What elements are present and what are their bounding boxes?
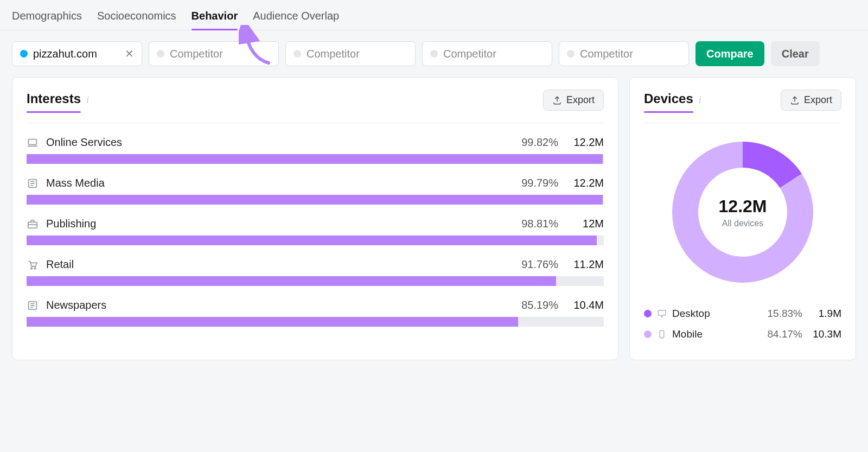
export-button-interests[interactable]: Export <box>543 90 604 111</box>
competitor-input-1[interactable]: Competitor <box>149 41 279 66</box>
interest-percent: 98.81% <box>521 218 568 230</box>
competitor-placeholder: Competitor <box>580 48 633 60</box>
mobile-icon <box>657 329 667 339</box>
legend-label: Desktop <box>672 308 710 320</box>
export-label: Export <box>804 94 832 106</box>
devices-donut-chart: 12.2M All devices <box>667 136 819 288</box>
donut-center: 12.2M All devices <box>719 196 767 228</box>
interest-label: Publishing <box>46 218 96 230</box>
legend-color-dot <box>644 310 652 317</box>
domain-color-dot <box>20 50 28 58</box>
competitor-input-2[interactable]: Competitor <box>285 41 416 66</box>
competitor-placeholder: Competitor <box>307 48 360 60</box>
news-icon <box>27 300 39 311</box>
interest-bar-track <box>27 195 604 205</box>
interest-value: 11.2M <box>568 258 604 271</box>
news-icon <box>27 177 39 189</box>
competitor-placeholder: Competitor <box>170 48 223 60</box>
interests-card: Interests i Export Online Services99.82%… <box>12 77 618 360</box>
export-label: Export <box>566 94 595 106</box>
svg-point-3 <box>31 268 33 269</box>
svg-rect-0 <box>29 139 37 144</box>
info-icon[interactable]: i <box>699 94 701 106</box>
interest-bar-fill <box>27 276 556 286</box>
interest-label: Newspapers <box>46 299 106 311</box>
tab-behavior[interactable]: Behavior <box>192 10 238 30</box>
devices-legend: Desktop15.83%1.9MMobile84.17%10.3M <box>644 303 841 345</box>
tab-demographics[interactable]: Demographics <box>12 10 82 30</box>
svg-rect-2 <box>28 222 37 228</box>
interest-bar-track <box>27 317 604 327</box>
filter-row: pizzahut.com ✕ Competitor Competitor Com… <box>0 30 868 77</box>
interests-header: Interests i Export <box>27 90 604 123</box>
legend-percent: 15.83% <box>768 308 811 320</box>
interest-label: Online Services <box>46 136 122 149</box>
close-icon[interactable]: ✕ <box>125 48 134 59</box>
interest-value: 12.2M <box>568 177 604 189</box>
tabs-nav: Demographics Socioeconomics Behavior Aud… <box>0 0 868 30</box>
laptop-icon <box>27 137 39 149</box>
clear-button[interactable]: Clear <box>771 41 820 66</box>
competitor-input-3[interactable]: Competitor <box>422 41 552 66</box>
competitor-dot <box>430 50 438 58</box>
interest-bar-fill <box>27 195 603 205</box>
devices-header: Devices i Export <box>644 90 841 123</box>
interest-bar-track <box>27 154 604 164</box>
legend-value: 1.9M <box>811 308 841 320</box>
interest-bar-fill <box>27 154 603 164</box>
svg-point-4 <box>34 268 36 269</box>
interest-percent: 99.82% <box>521 136 568 149</box>
legend-row: Desktop15.83%1.9M <box>644 303 841 324</box>
interest-value: 12.2M <box>568 136 604 149</box>
competitor-input-4[interactable]: Competitor <box>559 41 689 66</box>
interests-list: Online Services99.82%12.2MMass Media99.7… <box>27 136 604 327</box>
svg-point-8 <box>661 336 662 338</box>
interests-title: Interests <box>27 91 81 110</box>
competitor-placeholder: Competitor <box>443 48 496 60</box>
competitor-dot <box>293 50 301 58</box>
legend-color-dot <box>644 330 652 338</box>
interest-percent: 91.76% <box>521 258 568 271</box>
compare-button[interactable]: Compare <box>695 41 764 66</box>
tab-audience-overlap[interactable]: Audience Overlap <box>253 10 339 30</box>
donut-total: 12.2M <box>719 196 767 217</box>
interest-bar-fill <box>27 235 597 245</box>
tab-socioeconomics[interactable]: Socioeconomics <box>97 10 176 30</box>
interest-row: Mass Media99.79%12.2M <box>27 177 604 205</box>
devices-card: Devices i Export 12.2M All devices Deskt… <box>629 77 856 360</box>
legend-label: Mobile <box>672 328 703 340</box>
interest-row: Online Services99.82%12.2M <box>27 136 604 164</box>
domain-chip[interactable]: pizzahut.com ✕ <box>12 41 142 66</box>
interest-row: Publishing98.81%12M <box>27 218 604 245</box>
donut-sublabel: All devices <box>719 219 767 228</box>
competitor-dot <box>157 50 164 58</box>
svg-rect-6 <box>658 310 666 315</box>
interest-label: Retail <box>46 258 74 271</box>
export-button-devices[interactable]: Export <box>781 90 841 111</box>
interest-value: 12M <box>568 218 604 230</box>
interest-value: 10.4M <box>568 299 604 311</box>
interest-percent: 85.19% <box>521 299 568 311</box>
briefcase-icon <box>27 218 39 230</box>
cart-icon <box>27 259 39 271</box>
devices-title: Devices <box>644 91 693 110</box>
interest-row: Retail91.76%11.2M <box>27 258 604 286</box>
interest-row: Newspapers85.19%10.4M <box>27 299 604 327</box>
interest-bar-fill <box>27 317 518 327</box>
legend-value: 10.3M <box>811 328 841 340</box>
legend-row: Mobile84.17%10.3M <box>644 324 841 345</box>
interest-bar-track <box>27 235 604 245</box>
export-icon <box>552 96 562 105</box>
info-icon[interactable]: i <box>86 94 89 106</box>
interest-percent: 99.79% <box>521 177 568 189</box>
competitor-dot <box>567 50 575 58</box>
interest-label: Mass Media <box>46 177 105 189</box>
domain-chip-text: pizzahut.com <box>33 48 97 60</box>
desktop-icon <box>657 309 667 319</box>
content-area: Interests i Export Online Services99.82%… <box>0 77 868 372</box>
export-icon <box>790 96 800 105</box>
interest-bar-track <box>27 276 604 286</box>
legend-percent: 84.17% <box>768 328 811 340</box>
